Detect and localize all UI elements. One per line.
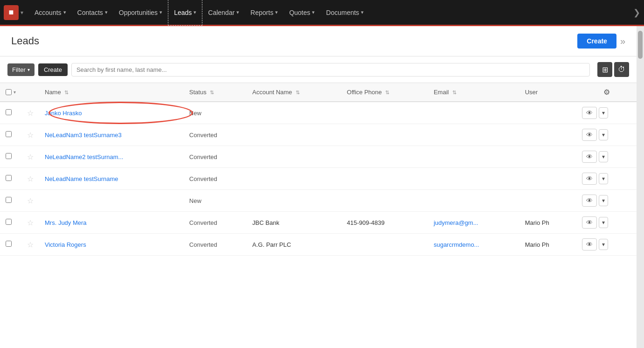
view-button[interactable]: 👁 bbox=[582, 129, 597, 141]
row-action-dropdown[interactable]: ▾ bbox=[599, 217, 608, 228]
row-checkbox[interactable] bbox=[6, 109, 12, 115]
nav-quotes[interactable]: Quotes ▾ bbox=[284, 0, 320, 26]
expand-icon[interactable]: » bbox=[620, 36, 625, 47]
favorite-star-icon[interactable]: ☆ bbox=[27, 241, 34, 249]
nav-opportunities[interactable]: Opportunities ▾ bbox=[113, 0, 168, 26]
lead-name-link[interactable]: NeLeadName2 testSurnam... bbox=[45, 153, 123, 160]
create-button[interactable]: Create bbox=[577, 34, 616, 49]
favorite-star-icon[interactable]: ☆ bbox=[27, 175, 34, 183]
nav-reports-label: Reports bbox=[250, 9, 273, 16]
page-layout: Leads Create » Filter ▾ Create ⊞ bbox=[0, 26, 644, 348]
row-phone-cell bbox=[341, 190, 428, 212]
gear-icon[interactable]: ⚙ bbox=[603, 88, 610, 96]
row-checkbox[interactable] bbox=[6, 175, 12, 181]
table-row: ☆ Janko Hrasko New 👁 ▾ bbox=[0, 102, 637, 124]
row-action-dropdown[interactable]: ▾ bbox=[599, 151, 608, 162]
row-star-cell: ☆ bbox=[21, 168, 39, 190]
account-sort-icon[interactable]: ⇅ bbox=[296, 90, 300, 95]
row-email-cell bbox=[428, 102, 519, 124]
row-user-cell bbox=[519, 102, 576, 124]
gear-column-header[interactable]: ⚙ bbox=[576, 83, 637, 102]
nav-reports-arrow: ▾ bbox=[275, 9, 278, 15]
lead-name-link[interactable]: Mrs. Judy Mera bbox=[45, 219, 87, 226]
scrollbar-thumb[interactable] bbox=[638, 31, 643, 59]
nav-contacts[interactable]: Contacts ▾ bbox=[72, 0, 113, 26]
row-action-dropdown[interactable]: ▾ bbox=[599, 107, 608, 118]
nav-contacts-label: Contacts bbox=[77, 9, 103, 16]
favorite-star-icon[interactable]: ☆ bbox=[27, 219, 34, 227]
filter-dropdown-arrow: ▾ bbox=[28, 67, 30, 72]
email-column-header[interactable]: Email ⇅ bbox=[428, 83, 519, 102]
clock-view-button[interactable]: ⏱ bbox=[614, 62, 629, 77]
search-input[interactable] bbox=[71, 63, 590, 77]
row-user-cell bbox=[519, 168, 576, 190]
row-checkbox[interactable] bbox=[6, 219, 12, 225]
view-button[interactable]: 👁 bbox=[582, 216, 597, 229]
select-all-checkbox[interactable] bbox=[6, 89, 12, 95]
name-sort-icon[interactable]: ⇅ bbox=[64, 90, 69, 95]
name-column-header[interactable]: Name ⇅ bbox=[39, 83, 184, 102]
lead-name-link[interactable]: Janko Hrasko bbox=[45, 110, 82, 117]
row-action-dropdown[interactable]: ▾ bbox=[599, 129, 608, 140]
view-button[interactable]: 👁 bbox=[582, 151, 597, 163]
row-action-dropdown[interactable]: ▾ bbox=[599, 195, 608, 206]
nav-documents[interactable]: Documents ▾ bbox=[320, 0, 369, 26]
row-checkbox-cell bbox=[0, 212, 21, 234]
app-logo[interactable]: ■ bbox=[4, 5, 19, 20]
nav-more-button[interactable]: ❯ bbox=[633, 7, 640, 18]
row-checkbox[interactable] bbox=[6, 153, 12, 159]
grid-view-button[interactable]: ⊞ bbox=[597, 62, 612, 77]
phone-sort-icon[interactable]: ⇅ bbox=[385, 90, 389, 95]
view-button[interactable]: 👁 bbox=[582, 238, 597, 251]
favorite-star-icon[interactable]: ☆ bbox=[27, 131, 34, 139]
favorite-star-icon[interactable]: ☆ bbox=[27, 153, 34, 161]
account-name-column-header[interactable]: Account Name ⇅ bbox=[247, 83, 341, 102]
lead-name-link[interactable]: Victoria Rogers bbox=[45, 241, 86, 248]
nav-contacts-arrow: ▾ bbox=[105, 9, 108, 15]
row-status-cell: Converted bbox=[184, 146, 247, 168]
row-user-cell bbox=[519, 190, 576, 212]
row-status-cell: Converted bbox=[184, 212, 247, 234]
nav-reports[interactable]: Reports ▾ bbox=[245, 0, 284, 26]
nav-leads[interactable]: Leads ▾ bbox=[168, 0, 202, 26]
filter-button[interactable]: Filter ▾ bbox=[7, 63, 35, 76]
status-column-header[interactable]: Status ⇅ bbox=[184, 83, 247, 102]
row-checkbox-cell bbox=[0, 102, 21, 124]
view-button[interactable]: 👁 bbox=[582, 195, 597, 207]
row-phone-cell bbox=[341, 168, 428, 190]
favorite-star-icon[interactable]: ☆ bbox=[27, 109, 34, 117]
row-checkbox-cell bbox=[0, 190, 21, 212]
view-button[interactable]: 👁 bbox=[582, 173, 597, 185]
lead-name-link[interactable]: NeLeadName testSurname bbox=[45, 175, 118, 182]
row-account-cell: JBC Bank bbox=[247, 212, 341, 234]
row-actions-cell: 👁 ▾ bbox=[576, 234, 637, 256]
status-sort-icon[interactable]: ⇅ bbox=[210, 90, 214, 95]
nav-accounts[interactable]: Accounts ▾ bbox=[29, 0, 72, 26]
row-checkbox[interactable] bbox=[6, 131, 12, 137]
lead-name-link[interactable]: NeLeadNam3 testSurname3 bbox=[45, 132, 122, 139]
row-account-cell bbox=[247, 168, 341, 190]
table-row: ☆ Victoria Rogers Converted A.G. Parr PL… bbox=[0, 234, 637, 256]
row-status-cell: New bbox=[184, 102, 247, 124]
row-action-dropdown[interactable]: ▾ bbox=[599, 239, 608, 250]
row-checkbox[interactable] bbox=[6, 197, 12, 203]
nav-leads-label: Leads bbox=[174, 9, 192, 16]
row-email-cell bbox=[428, 146, 519, 168]
row-name-cell: NeLeadName testSurname bbox=[39, 168, 184, 190]
logo-dropdown-arrow[interactable]: ▾ bbox=[21, 9, 23, 16]
scrollbar[interactable] bbox=[637, 26, 644, 348]
favorite-star-icon[interactable]: ☆ bbox=[27, 197, 34, 205]
nav-accounts-arrow: ▾ bbox=[63, 9, 66, 15]
row-actions-cell: 👁 ▾ bbox=[576, 190, 637, 212]
row-action-dropdown[interactable]: ▾ bbox=[599, 173, 608, 184]
toolbar-create-button[interactable]: Create bbox=[38, 63, 68, 76]
nav-opportunities-label: Opportunities bbox=[119, 9, 158, 16]
view-button[interactable]: 👁 bbox=[582, 107, 597, 119]
nav-calendar[interactable]: Calendar ▾ bbox=[202, 0, 245, 26]
nav-accounts-label: Accounts bbox=[35, 9, 62, 16]
select-all-dropdown[interactable]: ▾ bbox=[14, 90, 16, 95]
row-status-cell: Converted bbox=[184, 234, 247, 256]
office-phone-column-header[interactable]: Office Phone ⇅ bbox=[341, 83, 428, 102]
email-sort-icon[interactable]: ⇅ bbox=[452, 90, 457, 95]
row-checkbox[interactable] bbox=[6, 241, 12, 247]
